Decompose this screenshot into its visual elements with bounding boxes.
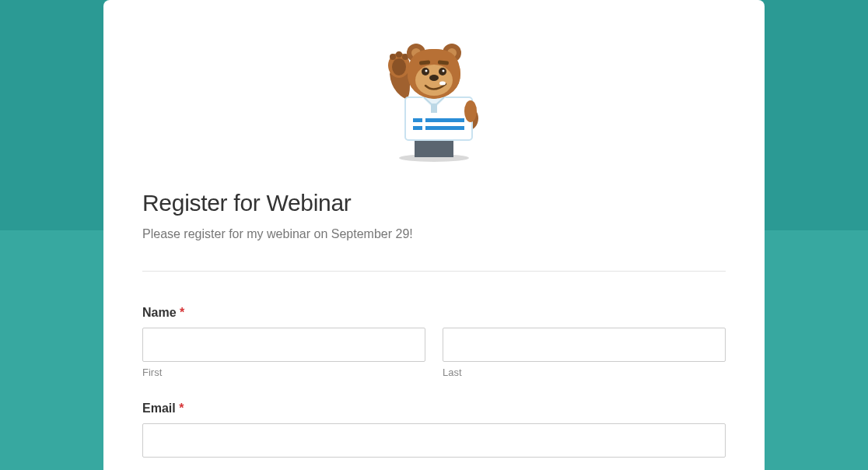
email-input[interactable] [142,423,726,458]
svg-point-27 [429,75,439,81]
svg-rect-12 [413,126,422,130]
svg-point-6 [396,51,402,58]
form-description: Please register for my webinar on Septem… [142,227,726,241]
form-card: Register for Webinar Please register for… [103,0,765,470]
svg-point-26 [443,70,445,72]
required-mark: * [179,402,184,415]
last-name-sublabel: Last [443,367,726,378]
svg-point-28 [439,82,446,86]
bear-mascot-icon [376,31,492,163]
email-field: Email * [142,402,726,458]
email-label: Email * [142,402,726,416]
svg-rect-10 [413,118,422,122]
name-label-text: Name [142,306,177,319]
first-name-col: First [142,328,425,378]
email-label-text: Email [142,402,176,415]
svg-point-5 [390,54,396,60]
name-row: First Last [142,328,726,378]
svg-rect-9 [431,103,437,113]
svg-point-14 [464,100,477,122]
first-name-sublabel: First [142,367,425,378]
form-title: Register for Webinar [142,190,726,216]
required-mark: * [180,306,184,319]
svg-point-4 [392,58,406,75]
divider [142,271,726,272]
mascot-container [142,23,726,190]
svg-point-24 [425,70,428,72]
svg-rect-11 [425,118,464,122]
last-name-col: Last [443,328,726,378]
first-name-input[interactable] [142,328,425,362]
last-name-input[interactable] [443,328,726,362]
name-label: Name * [142,306,726,320]
svg-rect-13 [425,126,464,130]
